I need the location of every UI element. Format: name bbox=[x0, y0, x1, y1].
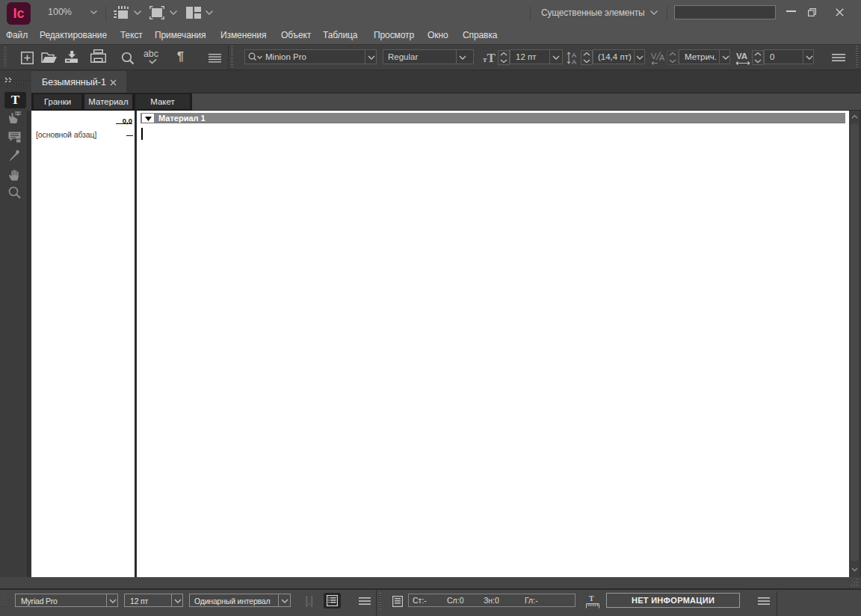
svg-text:VA: VA bbox=[736, 52, 747, 61]
svg-text:V: V bbox=[651, 52, 657, 61]
svg-text:A: A bbox=[572, 58, 576, 65]
svg-text:A: A bbox=[572, 52, 576, 59]
svg-text:A: A bbox=[659, 53, 665, 62]
svg-text:T: T bbox=[589, 594, 594, 603]
